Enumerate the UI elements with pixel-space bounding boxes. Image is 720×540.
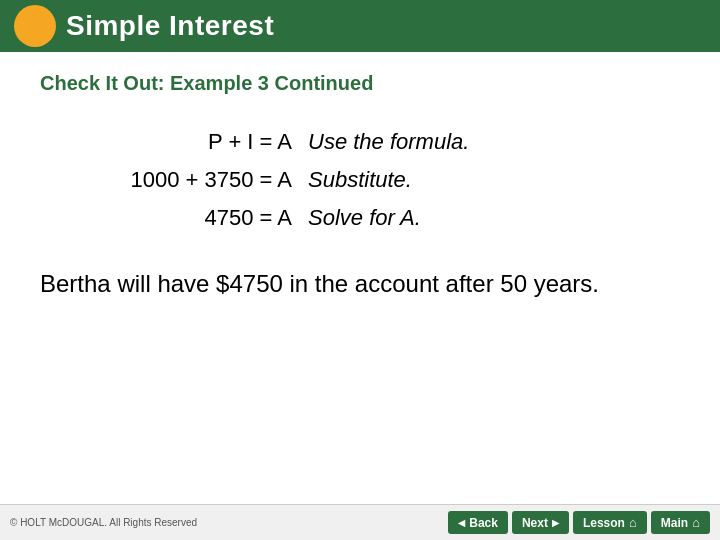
next-button[interactable]: Next [512, 511, 569, 534]
page-title: Simple Interest [66, 10, 274, 42]
copyright-text: © HOLT McDOUGAL. All Rights Reserved [10, 517, 197, 528]
equation-right-2: Substitute. [300, 161, 680, 199]
back-button[interactable]: Back [448, 511, 508, 534]
main-label: Main [661, 516, 688, 530]
equation-left-3: 4750 = A [40, 199, 300, 237]
back-label: Back [469, 516, 498, 530]
conclusion-text: Bertha will have $4750 in the account af… [40, 267, 680, 301]
main-home-icon [692, 515, 700, 530]
next-label: Next [522, 516, 548, 530]
header-oval [14, 5, 56, 47]
lesson-home-icon [629, 515, 637, 530]
lesson-label: Lesson [583, 516, 625, 530]
main-button[interactable]: Main [651, 511, 710, 534]
equation-left-2: 1000 + 3750 = A [40, 161, 300, 199]
equations-table: P + I = A Use the formula. 1000 + 3750 =… [40, 123, 680, 237]
header-bar: Simple Interest [0, 0, 720, 52]
equation-left-1: P + I = A [40, 123, 300, 161]
footer-bar: © HOLT McDOUGAL. All Rights Reserved Bac… [0, 504, 720, 540]
footer-buttons: Back Next Lesson Main [448, 511, 710, 534]
main-content: Check It Out: Example 3 Continued P + I … [0, 52, 720, 311]
section-title: Check It Out: Example 3 Continued [40, 72, 680, 95]
equation-row-2: 1000 + 3750 = A Substitute. [40, 161, 680, 199]
lesson-button[interactable]: Lesson [573, 511, 647, 534]
equation-right-3: Solve for A. [300, 199, 680, 237]
equation-right-1: Use the formula. [300, 123, 680, 161]
equation-row-3: 4750 = A Solve for A. [40, 199, 680, 237]
equation-row-1: P + I = A Use the formula. [40, 123, 680, 161]
